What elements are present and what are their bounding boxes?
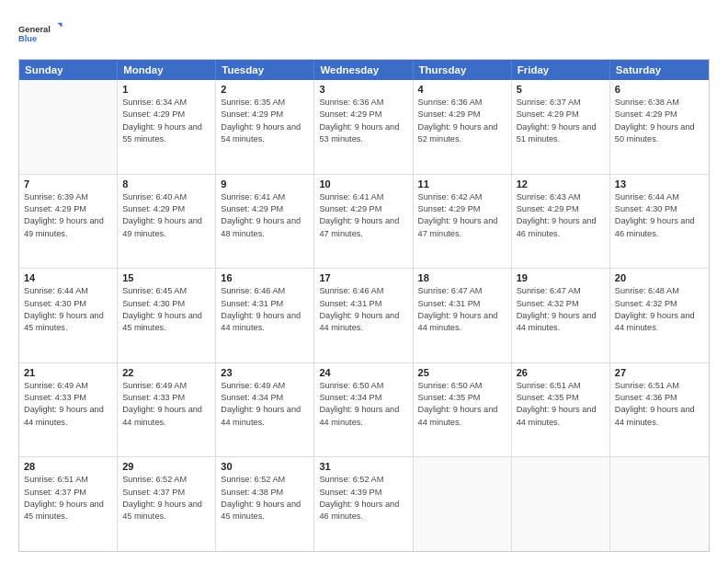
weekday-header: Monday: [118, 60, 216, 80]
calendar-cell: 4Sunrise: 6:36 AMSunset: 4:29 PMDaylight…: [414, 80, 512, 174]
sunrise-text: Sunrise: 6:49 AM: [221, 380, 309, 392]
sunrise-text: Sunrise: 6:52 AM: [319, 474, 407, 486]
calendar-cell: 17Sunrise: 6:46 AMSunset: 4:31 PMDayligh…: [314, 269, 413, 362]
calendar-cell: 1Sunrise: 6:34 AMSunset: 4:29 PMDaylight…: [118, 80, 216, 174]
day-number: 5: [517, 84, 605, 95]
calendar-cell: 10Sunrise: 6:41 AMSunset: 4:29 PMDayligh…: [314, 175, 413, 269]
day-number: 28: [24, 461, 112, 472]
sunset-text: Sunset: 4:36 PM: [615, 392, 704, 404]
daylight-text: Daylight: 9 hours and 45 minutes.: [122, 499, 210, 523]
day-number: 25: [418, 367, 506, 378]
daylight-text: Daylight: 9 hours and 46 minutes.: [319, 499, 407, 523]
calendar-cell: 20Sunrise: 6:48 AMSunset: 4:32 PMDayligh…: [610, 269, 709, 362]
weekday-header: Sunday: [19, 60, 118, 80]
calendar-body: 1Sunrise: 6:34 AMSunset: 4:29 PMDaylight…: [19, 80, 709, 551]
calendar-cell: 18Sunrise: 6:47 AMSunset: 4:31 PMDayligh…: [414, 269, 512, 362]
sunset-text: Sunset: 4:31 PM: [319, 298, 407, 310]
sunset-text: Sunset: 4:29 PM: [418, 203, 506, 215]
sunset-text: Sunset: 4:29 PM: [319, 109, 407, 121]
sunset-text: Sunset: 4:29 PM: [24, 203, 112, 215]
sunset-text: Sunset: 4:29 PM: [615, 109, 704, 121]
day-number: 18: [418, 272, 506, 283]
daylight-text: Daylight: 9 hours and 44 minutes.: [517, 404, 605, 429]
calendar-cell: [19, 80, 118, 174]
sunrise-text: Sunrise: 6:37 AM: [517, 97, 605, 109]
sunset-text: Sunset: 4:34 PM: [221, 392, 309, 404]
daylight-text: Daylight: 9 hours and 44 minutes.: [319, 404, 407, 429]
sunset-text: Sunset: 4:30 PM: [615, 203, 704, 215]
day-number: 2: [221, 84, 309, 95]
calendar-header: SundayMondayTuesdayWednesdayThursdayFrid…: [19, 60, 709, 80]
sunrise-text: Sunrise: 6:35 AM: [221, 97, 309, 109]
sunset-text: Sunset: 4:29 PM: [418, 109, 506, 121]
sunrise-text: Sunrise: 6:40 AM: [122, 191, 210, 203]
daylight-text: Daylight: 9 hours and 49 minutes.: [24, 215, 112, 240]
sunrise-text: Sunrise: 6:45 AM: [122, 285, 210, 297]
calendar-cell: 8Sunrise: 6:40 AMSunset: 4:29 PMDaylight…: [118, 175, 216, 269]
sunrise-text: Sunrise: 6:36 AM: [319, 97, 407, 109]
calendar-cell: 25Sunrise: 6:50 AMSunset: 4:35 PMDayligh…: [414, 363, 512, 457]
sunrise-text: Sunrise: 6:52 AM: [122, 474, 210, 486]
sunset-text: Sunset: 4:35 PM: [517, 392, 605, 404]
sunset-text: Sunset: 4:29 PM: [517, 203, 605, 215]
sunset-text: Sunset: 4:39 PM: [319, 487, 407, 499]
sunrise-text: Sunrise: 6:34 AM: [122, 97, 210, 109]
daylight-text: Daylight: 9 hours and 44 minutes.: [615, 404, 704, 429]
daylight-text: Daylight: 9 hours and 51 minutes.: [517, 121, 605, 146]
day-number: 24: [319, 367, 407, 378]
logo-svg: General Blue: [18, 17, 64, 50]
calendar-cell: 16Sunrise: 6:46 AMSunset: 4:31 PMDayligh…: [216, 269, 314, 362]
svg-text:General: General: [18, 25, 51, 34]
page: General Blue SundayMondayTuesdayWednesda…: [0, 0, 728, 563]
daylight-text: Daylight: 9 hours and 48 minutes.: [221, 215, 309, 240]
calendar-cell: 6Sunrise: 6:38 AMSunset: 4:29 PMDaylight…: [610, 80, 709, 174]
calendar-cell: 12Sunrise: 6:43 AMSunset: 4:29 PMDayligh…: [512, 175, 610, 269]
sunrise-text: Sunrise: 6:38 AM: [615, 97, 704, 109]
sunrise-text: Sunrise: 6:51 AM: [517, 380, 605, 392]
sunset-text: Sunset: 4:32 PM: [615, 298, 704, 310]
calendar-cell: 23Sunrise: 6:49 AMSunset: 4:34 PMDayligh…: [216, 363, 314, 457]
calendar: SundayMondayTuesdayWednesdayThursdayFrid…: [18, 59, 710, 552]
sunset-text: Sunset: 4:33 PM: [24, 392, 112, 404]
calendar-cell: 2Sunrise: 6:35 AMSunset: 4:29 PMDaylight…: [216, 80, 314, 174]
day-number: 1: [122, 84, 210, 95]
day-number: 9: [221, 178, 309, 190]
day-number: 15: [122, 272, 210, 283]
sunset-text: Sunset: 4:29 PM: [319, 203, 407, 215]
day-number: 26: [517, 367, 605, 378]
sunset-text: Sunset: 4:38 PM: [221, 487, 309, 499]
sunrise-text: Sunrise: 6:39 AM: [24, 191, 112, 203]
calendar-cell: 24Sunrise: 6:50 AMSunset: 4:34 PMDayligh…: [314, 363, 413, 457]
sunrise-text: Sunrise: 6:48 AM: [615, 285, 704, 297]
sunset-text: Sunset: 4:32 PM: [517, 298, 605, 310]
calendar-row: 7Sunrise: 6:39 AMSunset: 4:29 PMDaylight…: [19, 175, 709, 270]
calendar-cell: 5Sunrise: 6:37 AMSunset: 4:29 PMDaylight…: [512, 80, 610, 174]
day-number: 11: [418, 178, 506, 190]
calendar-cell: 31Sunrise: 6:52 AMSunset: 4:39 PMDayligh…: [314, 457, 413, 551]
day-number: 27: [615, 367, 704, 378]
sunrise-text: Sunrise: 6:44 AM: [24, 285, 112, 297]
day-number: 13: [615, 178, 704, 190]
calendar-row: 14Sunrise: 6:44 AMSunset: 4:30 PMDayligh…: [19, 269, 709, 363]
calendar-cell: 3Sunrise: 6:36 AMSunset: 4:29 PMDaylight…: [314, 80, 413, 174]
daylight-text: Daylight: 9 hours and 52 minutes.: [418, 121, 506, 146]
day-number: 8: [122, 178, 210, 190]
calendar-cell: 26Sunrise: 6:51 AMSunset: 4:35 PMDayligh…: [512, 363, 610, 457]
sunset-text: Sunset: 4:29 PM: [122, 109, 210, 121]
daylight-text: Daylight: 9 hours and 44 minutes.: [24, 404, 112, 429]
daylight-text: Daylight: 9 hours and 49 minutes.: [122, 215, 210, 240]
sunset-text: Sunset: 4:29 PM: [517, 109, 605, 121]
day-number: 29: [122, 461, 210, 472]
logo: General Blue: [18, 17, 64, 50]
calendar-cell: 28Sunrise: 6:51 AMSunset: 4:37 PMDayligh…: [19, 457, 118, 551]
daylight-text: Daylight: 9 hours and 54 minutes.: [221, 121, 309, 146]
weekday-header: Wednesday: [314, 60, 413, 80]
daylight-text: Daylight: 9 hours and 55 minutes.: [122, 121, 210, 146]
daylight-text: Daylight: 9 hours and 44 minutes.: [221, 404, 309, 429]
sunrise-text: Sunrise: 6:50 AM: [319, 380, 407, 392]
day-number: 19: [517, 272, 605, 283]
daylight-text: Daylight: 9 hours and 45 minutes.: [24, 499, 112, 523]
sunset-text: Sunset: 4:31 PM: [221, 298, 309, 310]
sunset-text: Sunset: 4:34 PM: [319, 392, 407, 404]
sunrise-text: Sunrise: 6:46 AM: [319, 285, 407, 297]
